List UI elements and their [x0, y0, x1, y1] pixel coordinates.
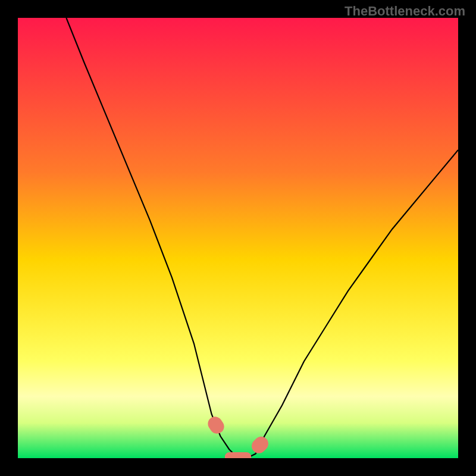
highlight-left	[205, 414, 227, 436]
bottleneck-curve-line	[66, 18, 458, 458]
highlight-markers	[205, 414, 271, 458]
chart-plot-area	[18, 18, 458, 458]
watermark-text: TheBottleneck.com	[345, 4, 465, 19]
highlight-right	[249, 434, 271, 456]
highlight-trough	[225, 452, 251, 458]
chart-curve-layer	[18, 18, 458, 458]
